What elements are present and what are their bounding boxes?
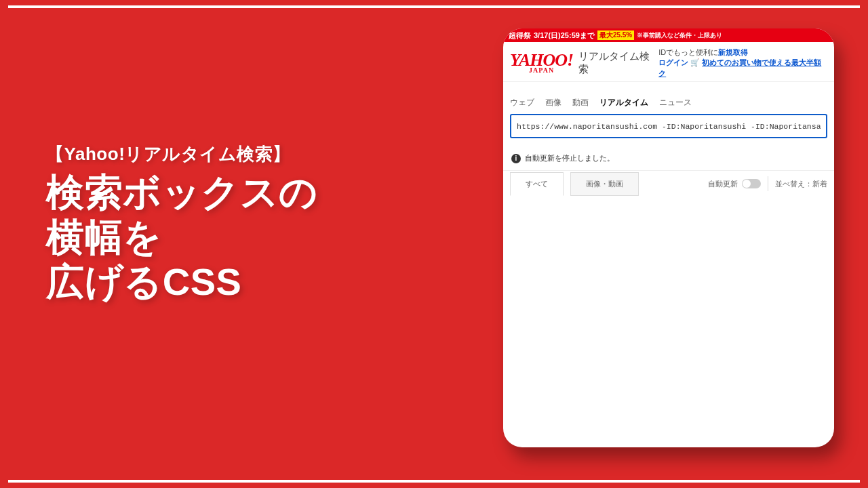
promo-banner[interactable]: 超得祭 3/17(日)25:59まで 最大25.5% ※事前購入など条件・上限あ…: [503, 28, 834, 42]
site-header: YAHOO! JAPAN リアルタイム検索 IDでもっと便利に新規取得 ログイン…: [503, 42, 834, 82]
promo-note: ※事前購入など条件・上限あり: [637, 31, 722, 40]
realtime-label: リアルタイム検索: [578, 50, 658, 76]
logo-main: YAHOO!: [510, 53, 573, 68]
promo-badge: 最大25.5%: [597, 30, 634, 40]
nav-tabs: ウェブ 画像 動画 リアルタイム ニュース: [503, 82, 834, 114]
header-login-line: ログイン 🛒 初めてのお買い物で使える最大半額ク: [658, 58, 827, 79]
tab-news[interactable]: ニュース: [659, 97, 692, 108]
auto-update-group: 自動更新: [708, 179, 761, 189]
headline-line-2: 横幅を: [46, 215, 318, 260]
header-right: IDでもっと便利に新規取得 ログイン 🛒 初めてのお買い物で使える最大半額ク: [658, 47, 827, 79]
headline-subtitle: 【Yahoo!リアルタイム検索】: [46, 142, 318, 166]
status-row: i 自動更新を停止しました。: [503, 146, 834, 171]
logo-sub: JAPAN: [529, 68, 554, 74]
search-input[interactable]: [517, 122, 821, 131]
logo-block[interactable]: YAHOO! JAPAN リアルタイム検索: [510, 47, 658, 79]
headline-block: 【Yahoo!リアルタイム検索】 検索ボックスの 横幅を 広げるCSS: [46, 142, 318, 304]
promo-badge-value: 25.5%: [613, 31, 632, 39]
filter-divider: [768, 176, 768, 191]
sort-label[interactable]: 並べ替え：新着: [775, 179, 827, 189]
auto-update-label: 自動更新: [708, 179, 738, 189]
page-bottom-border: [8, 480, 860, 483]
headline-line-3: 広げるCSS: [46, 260, 318, 304]
header-signup-line: IDでもっと便利に新規取得: [658, 47, 827, 58]
yahoo-logo: YAHOO! JAPAN: [510, 53, 573, 74]
signup-prefix: IDでもっと便利に: [658, 48, 718, 56]
status-text: 自動更新を停止しました。: [525, 153, 614, 163]
login-link[interactable]: ログイン: [658, 58, 688, 66]
tab-realtime[interactable]: リアルタイム: [599, 97, 648, 108]
screenshot-card: 超得祭 3/17(日)25:59まで 最大25.5% ※事前購入など条件・上限あ…: [503, 28, 834, 447]
tab-web[interactable]: ウェブ: [510, 97, 534, 108]
tab-image[interactable]: 画像: [545, 97, 561, 108]
page-top-border: [8, 5, 860, 8]
cart-icon[interactable]: 🛒: [690, 58, 700, 66]
filter-tab-all[interactable]: すべて: [510, 172, 564, 196]
auto-update-toggle[interactable]: [742, 179, 761, 188]
promo-date: 3/17(日)25:59まで: [534, 30, 595, 41]
filter-tab-media[interactable]: 画像・動画: [570, 172, 639, 196]
tab-video[interactable]: 動画: [572, 97, 589, 108]
promo-badge-prefix: 最大: [599, 31, 613, 39]
search-box[interactable]: [510, 114, 827, 138]
info-icon: i: [511, 154, 521, 163]
promo-prefix: 超得祭: [509, 30, 531, 41]
signup-link[interactable]: 新規取得: [718, 48, 748, 56]
filter-row: すべて 画像・動画 自動更新 並べ替え：新着: [503, 171, 834, 197]
headline-line-1: 検索ボックスの: [46, 170, 318, 215]
